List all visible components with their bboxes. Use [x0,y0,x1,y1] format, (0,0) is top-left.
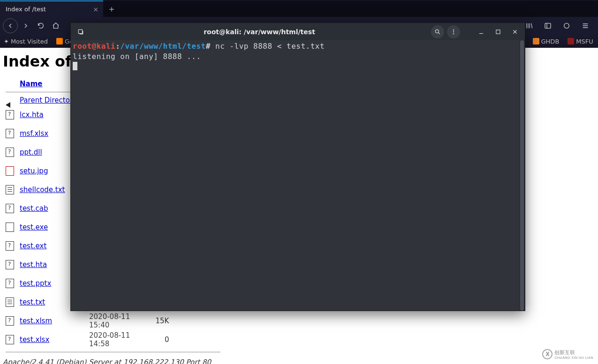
file-size: 0 [148,330,172,349]
file-size: 15K [148,312,172,330]
server-signature: Apache/2.4.41 (Debian) Server at 192.168… [3,358,595,364]
msfu-icon [568,38,574,45]
terminal-titlebar[interactable]: root@kali: /var/www/html/test [71,23,525,40]
file-link[interactable]: test.hta [20,260,47,269]
svg-point-4 [453,29,454,30]
ghdb-icon [533,38,539,45]
file-link[interactable]: shellcode.txt [20,186,65,194]
forward-button[interactable] [19,19,33,33]
file-icon [6,110,14,119]
scrollbar-thumb[interactable] [520,40,524,311]
browser-tab[interactable]: Index of /test × [0,0,103,17]
tab-title: Index of /test [6,6,46,13]
col-name[interactable]: Name [20,80,42,88]
protection-icon[interactable] [560,19,574,33]
file-icon [6,260,14,269]
file-modified: 2020-08-11 14:58 [86,330,148,349]
watermark: X 创新互联 CHUANG XIN HU LIAN [542,349,593,359]
file-link[interactable]: msf.xlsx [20,129,48,138]
table-row: test.xlsm2020-08-11 15:4015K [3,312,223,330]
menu-button[interactable] [578,19,592,33]
sidebar-icon[interactable] [541,19,555,33]
file-link[interactable]: test.pptx [20,279,51,288]
parent-dir-link[interactable]: Parent Directory [20,96,77,104]
prompt-sep: : [115,42,120,51]
file-link[interactable]: test.ext [20,242,46,250]
file-link[interactable]: test.exe [20,223,48,231]
terminal-body[interactable]: root@kali:/var/www/html/test# nc -lvp 88… [71,40,525,311]
new-tab-icon[interactable] [74,25,88,39]
table-row: test.xlsx2020-08-11 14:580 [3,330,223,349]
file-icon [6,148,14,157]
file-link[interactable]: ppt.dll [20,148,42,156]
terminal-scrollbar[interactable] [519,40,525,311]
bookmark-most-visited[interactable]: ✦ Most Visited [4,38,48,45]
terminal-output: listening on [any] 8888 ... [73,52,201,61]
svg-point-3 [435,30,439,33]
terminal-window[interactable]: root@kali: /var/www/html/test root@kali:… [70,22,525,311]
minimize-button[interactable] [474,25,488,39]
terminal-title: root@kali: /var/www/html/test [91,28,428,36]
bookmark-msfu[interactable]: MSFU [568,38,593,45]
file-link[interactable]: test.cab [20,204,48,213]
file-icon [6,335,14,344]
search-button[interactable] [431,25,444,38]
svg-rect-7 [496,30,500,33]
back-button[interactable] [3,18,18,33]
file-link[interactable]: test.xlsx [20,335,49,344]
file-icon [6,129,14,138]
svg-point-6 [453,33,454,34]
watermark-name: 创新互联 [554,349,593,356]
file-icon [6,185,14,194]
watermark-sub: CHUANG XIN HU LIAN [554,356,593,359]
close-button[interactable] [508,25,522,39]
file-link[interactable]: setu.jpg [20,167,48,175]
close-tab-icon[interactable]: × [93,6,98,13]
file-icon [6,241,14,251]
watermark-logo-icon: X [542,349,553,359]
file-link[interactable]: lcx.hta [20,111,44,119]
svg-point-1 [564,23,569,29]
home-button[interactable] [49,19,63,33]
menu-button[interactable] [447,25,460,38]
star-icon: ✦ [4,38,9,45]
prompt-hash: # [206,42,211,51]
file-icon [6,204,14,213]
new-tab-button[interactable]: ＋ [103,0,120,17]
reload-button[interactable] [34,19,48,33]
bookmark-ghdb[interactable]: GHDB [533,38,560,45]
prompt-user: root@kali [73,42,115,51]
prompt-path: /var/www/html/test [120,42,205,51]
browser-tabstrip: Index of /test × ＋ [0,0,598,17]
svg-rect-2 [78,30,82,33]
maximize-button[interactable] [491,25,505,39]
file-link[interactable]: test.xlsm [20,317,52,325]
file-modified: 2020-08-11 15:40 [86,312,148,330]
terminal-command: nc -lvp 8888 < test.txt [211,42,325,51]
firefox-icon [56,38,63,45]
file-icon [6,316,14,326]
file-icon [6,297,14,307]
cursor-icon [73,62,77,70]
file-link[interactable]: test.txt [20,298,45,306]
file-icon [6,279,14,288]
file-icon [6,223,14,232]
file-icon [6,166,14,176]
svg-rect-0 [545,23,551,29]
svg-point-5 [453,31,454,32]
